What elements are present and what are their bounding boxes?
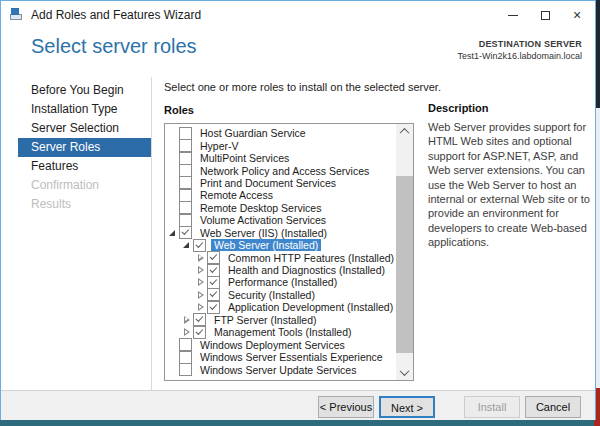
tree-blank — [167, 178, 179, 188]
role-checkbox[interactable] — [193, 239, 206, 252]
role-checkbox[interactable] — [179, 351, 192, 364]
role-row[interactable]: FTP Server (Installed) — [165, 314, 396, 326]
role-row[interactable]: Windows Server Essentials Experience — [165, 351, 396, 363]
role-row[interactable]: Common HTTP Features (Installed) — [165, 251, 396, 263]
install-button: Install — [464, 396, 520, 418]
role-row[interactable]: Network Policy and Access Services — [165, 164, 396, 176]
role-row[interactable]: Security (Installed) — [165, 289, 396, 301]
sidebar-divider — [151, 77, 152, 390]
tree-expanded-icon[interactable] — [181, 240, 193, 250]
roles-listbox: Host Guardian Service Hyper-V MultiPoint… — [164, 123, 414, 381]
chevron-up-icon — [400, 128, 410, 138]
role-checkbox[interactable] — [179, 226, 192, 239]
description-body: Web Server provides support for HTML Web… — [428, 120, 591, 250]
role-checkbox[interactable] — [179, 127, 192, 140]
role-checkbox[interactable] — [179, 152, 192, 165]
description-title: Description — [428, 102, 489, 114]
tree-blank — [167, 340, 179, 350]
role-label: Network Policy and Access Services — [197, 165, 372, 177]
intro-text: Select one or more roles to install on t… — [164, 81, 464, 93]
role-row[interactable]: MultiPoint Services — [165, 152, 396, 164]
role-checkbox[interactable] — [179, 338, 192, 351]
tree-collapsed-icon[interactable] — [195, 290, 207, 300]
tree-collapsed-icon[interactable] — [195, 253, 207, 263]
role-checkbox[interactable] — [179, 201, 192, 214]
role-checkbox[interactable] — [179, 214, 192, 227]
tree-blank — [167, 166, 179, 176]
tree-expanded-icon[interactable] — [167, 228, 179, 238]
next-button[interactable]: Next > — [379, 396, 435, 418]
role-row[interactable]: Web Server (IIS) (Installed) — [165, 227, 396, 239]
wizard-nav: Before You Begin Installation Type Serve… — [1, 81, 151, 214]
role-row[interactable]: Volume Activation Services — [165, 214, 396, 226]
scroll-up-button[interactable] — [396, 124, 413, 139]
role-label: Remote Access — [197, 189, 276, 201]
role-checkbox[interactable] — [207, 264, 220, 277]
role-label: Host Guardian Service — [197, 127, 309, 139]
nav-results: Results — [1, 195, 151, 214]
role-row[interactable]: Remote Access — [165, 189, 396, 201]
cancel-button[interactable]: Cancel — [525, 396, 581, 418]
titlebar[interactable]: Add Roles and Features Wizard × — [1, 1, 595, 29]
role-checkbox[interactable] — [179, 139, 192, 152]
page-title: Select server roles — [31, 35, 197, 58]
tree-collapsed-icon[interactable] — [195, 265, 207, 275]
tree-blank — [167, 365, 179, 375]
scrollbar-thumb[interactable] — [396, 176, 413, 353]
role-checkbox[interactable] — [193, 326, 206, 339]
role-row[interactable]: Windows Deployment Services — [165, 338, 396, 350]
role-label: Volume Activation Services — [197, 214, 329, 226]
role-checkbox[interactable] — [207, 276, 220, 289]
scroll-down-button[interactable] — [396, 365, 413, 380]
destination-block: DESTINATION SERVER Test1-Win2k16.labdoma… — [457, 39, 582, 61]
wizard-window: Add Roles and Features Wizard × Select s… — [0, 0, 596, 420]
window-title: Add Roles and Features Wizard — [31, 1, 201, 29]
nav-server-roles[interactable]: Server Roles — [18, 138, 151, 157]
destination-server: Test1-Win2k16.labdomain.local — [457, 51, 582, 61]
tree-collapsed-icon[interactable] — [181, 315, 193, 325]
role-row[interactable]: Performance (Installed) — [165, 276, 396, 288]
role-checkbox[interactable] — [207, 301, 220, 314]
minimize-button[interactable] — [497, 1, 529, 29]
tree-collapsed-icon[interactable] — [181, 327, 193, 337]
role-label: Performance (Installed) — [225, 276, 340, 288]
scrollbar[interactable] — [396, 124, 413, 380]
role-row[interactable]: Application Development (Installed) — [165, 301, 396, 313]
role-label: Windows Deployment Services — [197, 339, 348, 351]
nav-installation-type[interactable]: Installation Type — [1, 100, 151, 119]
role-checkbox[interactable] — [179, 189, 192, 202]
tree-blank — [167, 190, 179, 200]
taskbar-strip — [0, 420, 594, 426]
role-label: MultiPoint Services — [197, 152, 292, 164]
previous-button[interactable]: < Previous — [318, 396, 374, 418]
role-row[interactable]: Hyper-V — [165, 139, 396, 151]
nav-server-selection[interactable]: Server Selection — [1, 119, 151, 138]
role-row[interactable]: Host Guardian Service — [165, 127, 396, 139]
nav-features[interactable]: Features — [1, 157, 151, 176]
role-row[interactable]: Health and Diagnostics (Installed) — [165, 264, 396, 276]
desktop-sliver-navy — [596, 0, 600, 108]
window-controls: × — [497, 1, 593, 29]
tree-collapsed-icon[interactable] — [195, 277, 207, 287]
role-label: Security (Installed) — [225, 289, 318, 301]
role-row[interactable]: Print and Document Services — [165, 177, 396, 189]
role-label: Common HTTP Features (Installed) — [225, 252, 397, 264]
role-label: Windows Server Essentials Experience — [197, 351, 386, 363]
role-checkbox[interactable] — [179, 363, 192, 376]
role-checkbox[interactable] — [179, 164, 192, 177]
desktop: Add Roles and Features Wizard × Select s… — [0, 0, 600, 426]
nav-before-you-begin[interactable]: Before You Begin — [1, 81, 151, 100]
role-checkbox[interactable] — [207, 251, 220, 264]
role-row[interactable]: Management Tools (Installed) — [165, 326, 396, 338]
role-row[interactable]: Web Server (Installed) — [165, 239, 396, 251]
role-row[interactable]: Windows Server Update Services — [165, 363, 396, 375]
maximize-button[interactable] — [529, 1, 561, 29]
role-row[interactable]: Remote Desktop Services — [165, 202, 396, 214]
tree-collapsed-icon[interactable] — [195, 302, 207, 312]
role-label: Print and Document Services — [197, 177, 339, 189]
role-checkbox[interactable] — [193, 313, 206, 326]
role-checkbox[interactable] — [207, 288, 220, 301]
close-button[interactable]: × — [561, 1, 593, 29]
role-checkbox[interactable] — [179, 176, 192, 189]
role-label: Health and Diagnostics (Installed) — [225, 264, 388, 276]
